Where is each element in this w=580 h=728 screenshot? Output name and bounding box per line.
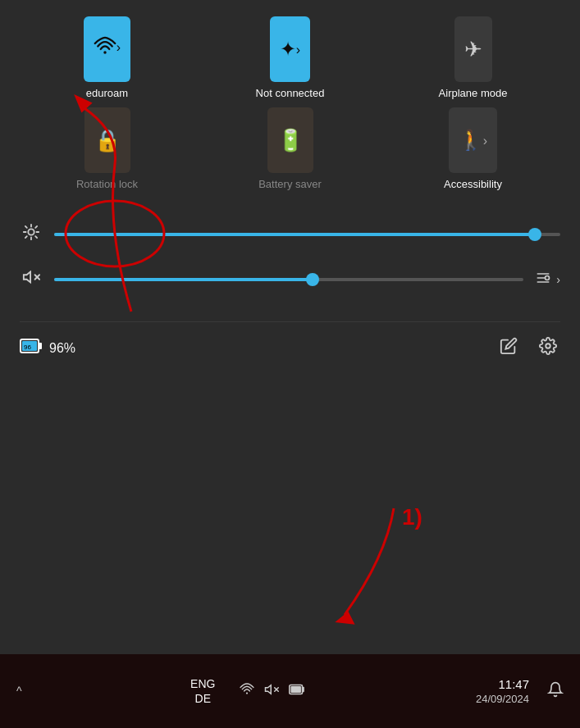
svg-line-9 xyxy=(25,236,27,238)
taskbar-center: ENG DE xyxy=(190,677,215,705)
taskbar-chevron[interactable]: ^ xyxy=(16,685,22,698)
volume-track[interactable] xyxy=(54,278,523,281)
rotation-icon: 🔒 xyxy=(94,128,121,153)
svg-rect-27 xyxy=(303,687,304,692)
volume-settings-icon[interactable] xyxy=(535,270,551,289)
rotation-tile[interactable]: 🔒 xyxy=(84,107,130,173)
taskbar-volume-icon[interactable] xyxy=(264,682,279,700)
settings-button[interactable] xyxy=(536,334,560,362)
taskbar-icons xyxy=(240,682,307,700)
svg-point-21 xyxy=(546,344,550,348)
accessibility-icon: 🚶 xyxy=(459,129,483,152)
battery-saver-tile[interactable]: 🔋 xyxy=(267,107,313,173)
edit-button[interactable] xyxy=(496,334,521,362)
svg-point-22 xyxy=(246,692,248,694)
rotation-label: Rotation lock xyxy=(76,178,138,190)
accessibility-tile[interactable]: 🚶 › xyxy=(449,107,497,173)
time-display: 11:47 xyxy=(498,677,529,691)
volume-slider-row: › xyxy=(20,268,560,290)
svg-rect-18 xyxy=(39,343,42,349)
notification-icon[interactable] xyxy=(547,681,564,702)
taskbar-wifi-icon[interactable] xyxy=(240,682,254,700)
airplane-tile-wrapper: ✈ Airplane mode xyxy=(386,16,560,99)
svg-line-6 xyxy=(25,226,27,228)
taskbar: ^ ENG DE xyxy=(0,654,580,728)
battery-percentage: 96% xyxy=(49,341,75,356)
svg-line-7 xyxy=(35,236,37,238)
bluetooth-label: Not connected xyxy=(256,87,325,99)
wifi-tile-wrapper: › eduroam xyxy=(20,16,194,99)
airplane-tile[interactable]: ✈ xyxy=(454,16,492,82)
tiles-grid: › eduroam ✦ › Not connected ✈ Airplane m xyxy=(20,16,560,190)
volume-fill xyxy=(54,278,313,281)
svg-point-0 xyxy=(103,51,107,54)
taskbar-right: 11:47 24/09/2024 xyxy=(476,677,529,705)
bluetooth-tile[interactable]: ✦ › xyxy=(270,16,310,82)
brightness-thumb[interactable] xyxy=(528,228,541,241)
svg-point-16 xyxy=(546,275,550,280)
brightness-slider-row xyxy=(20,223,560,245)
mute-icon xyxy=(20,268,43,290)
bluetooth-tile-wrapper: ✦ › Not connected xyxy=(203,16,377,99)
brightness-fill xyxy=(54,233,535,236)
brightness-track[interactable] xyxy=(54,233,560,236)
svg-marker-10 xyxy=(24,272,30,283)
svg-text:96: 96 xyxy=(24,344,31,351)
svg-marker-23 xyxy=(266,685,272,694)
airplane-label: Airplane mode xyxy=(439,87,508,99)
accessibility-label: Accessibility xyxy=(444,178,502,190)
volume-thumb[interactable] xyxy=(306,273,319,286)
accessibility-arrow: › xyxy=(483,129,487,148)
region-display: DE xyxy=(195,692,211,705)
battery-saver-label: Battery saver xyxy=(258,178,322,190)
date-display: 24/09/2024 xyxy=(476,693,529,705)
bluetooth-icon: ✦ xyxy=(280,38,296,61)
battery-saver-icon: 🔋 xyxy=(277,128,304,153)
volume-extra: › xyxy=(535,270,560,289)
language-display: ENG xyxy=(190,677,215,690)
rotation-tile-wrapper: 🔒 Rotation lock xyxy=(20,107,194,190)
battery-saver-tile-wrapper: 🔋 Battery saver xyxy=(203,107,377,190)
svg-point-1 xyxy=(28,229,34,234)
taskbar-left: ^ xyxy=(16,685,22,698)
accessibility-tile-wrapper: 🚶 › Accessibility xyxy=(386,107,560,190)
volume-expand-arrow[interactable]: › xyxy=(556,273,560,286)
wifi-arrow: › xyxy=(116,35,121,55)
taskbar-battery-icon[interactable] xyxy=(289,683,307,699)
quick-settings-panel: › eduroam ✦ › Not connected ✈ Airplane m xyxy=(0,0,580,654)
wifi-tile[interactable]: › xyxy=(84,16,130,82)
svg-rect-28 xyxy=(291,686,302,693)
wifi-label: eduroam xyxy=(86,87,128,99)
battery-icon: 96 xyxy=(20,337,43,360)
airplane-icon: ✈ xyxy=(464,37,482,62)
panel-bottom: 96 96% xyxy=(20,321,560,362)
svg-line-8 xyxy=(35,226,37,228)
battery-info: 96 96% xyxy=(20,337,75,360)
brightness-icon xyxy=(20,223,43,245)
wifi-icon xyxy=(94,35,116,63)
sliders-section: › xyxy=(20,215,560,321)
panel-actions xyxy=(496,334,560,362)
bluetooth-arrow: › xyxy=(296,38,300,57)
